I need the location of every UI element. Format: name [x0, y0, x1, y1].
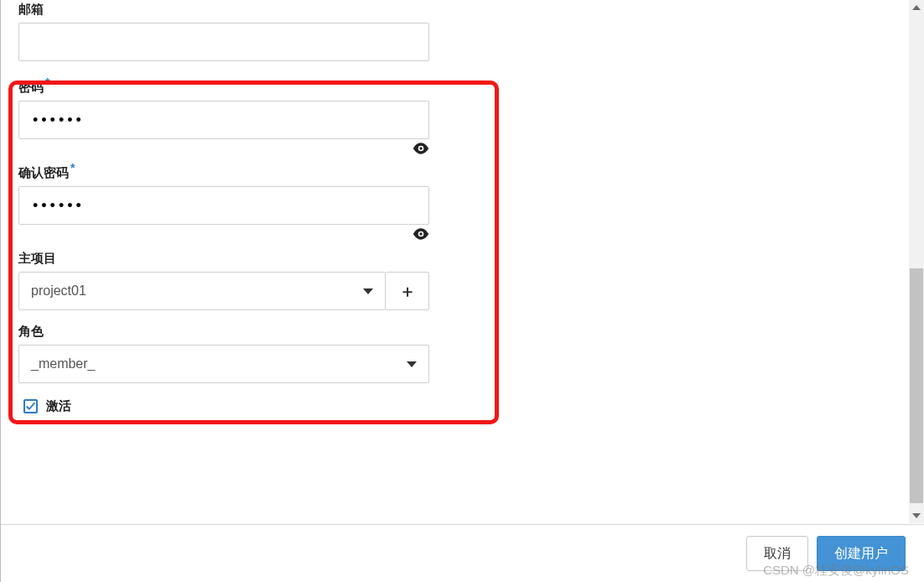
active-group: 激活 [23, 398, 907, 414]
scroll-thumb[interactable] [910, 268, 923, 503]
role-select[interactable]: _member_ [18, 345, 429, 383]
eye-icon[interactable] [413, 228, 429, 242]
password-input-wrap [18, 101, 429, 139]
email-input[interactable] [31, 33, 417, 52]
plus-icon: ＋ [399, 280, 416, 303]
confirm-password-label: 确认密码 [18, 165, 907, 181]
main-project-select[interactable]: project01 [18, 272, 386, 310]
role-group: 角色 _member_ [18, 324, 907, 383]
create-user-button[interactable]: 创建用户 [817, 536, 906, 571]
add-project-button[interactable]: ＋ [386, 272, 429, 310]
eye-icon[interactable] [413, 143, 429, 157]
cancel-button[interactable]: 取消 [746, 536, 808, 571]
form-scroll-area: 邮箱 密码 确认密码 [2, 0, 924, 523]
form-body: 邮箱 密码 确认密码 [2, 2, 924, 431]
svg-point-1 [419, 232, 422, 235]
role-value: _member_ [31, 356, 95, 372]
confirm-password-input[interactable] [31, 196, 417, 216]
modal-footer: 取消 创建用户 [1, 524, 924, 582]
scrollbar[interactable] [909, 0, 924, 523]
main-project-group: 主项目 project01 ＋ [18, 251, 907, 310]
password-label: 密码 [18, 80, 907, 96]
main-project-label: 主项目 [18, 251, 907, 267]
chevron-down-icon [363, 288, 373, 294]
confirm-password-input-wrap [18, 186, 429, 225]
email-label: 邮箱 [18, 2, 907, 18]
active-label: 激活 [46, 398, 71, 414]
email-input-wrap [18, 23, 429, 61]
chevron-down-icon [407, 361, 417, 367]
main-project-value: project01 [31, 283, 86, 299]
confirm-password-group: 确认密码 [18, 165, 907, 242]
scroll-up-icon[interactable] [909, 0, 924, 15]
role-label: 角色 [18, 324, 907, 340]
create-user-modal: 邮箱 密码 确认密码 [0, 0, 924, 582]
scroll-down-icon[interactable] [909, 508, 924, 523]
password-group: 密码 [18, 80, 907, 157]
svg-point-0 [419, 147, 422, 149]
email-group: 邮箱 [18, 2, 907, 61]
active-checkbox[interactable] [23, 399, 38, 413]
password-input[interactable] [31, 111, 417, 130]
